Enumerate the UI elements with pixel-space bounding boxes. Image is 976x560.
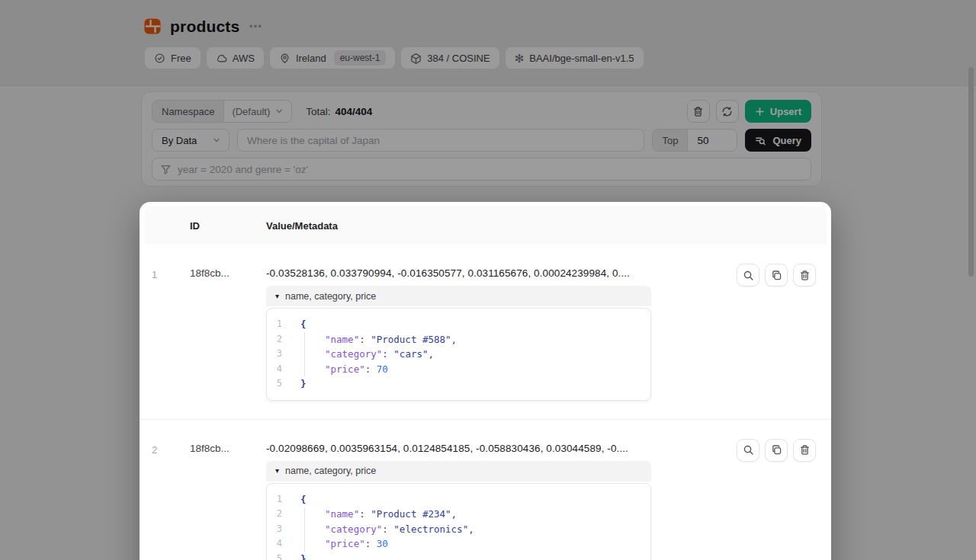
- magnifier-icon: [743, 444, 754, 456]
- trash-icon: [799, 270, 811, 281]
- copy-row-button[interactable]: [765, 264, 788, 286]
- line-number: 3: [271, 347, 282, 362]
- row-index: 2: [152, 443, 190, 456]
- metadata-json-viewer: 1{ 2"name": "Product #588", 3"category":…: [266, 308, 651, 401]
- line-number: 3: [271, 522, 282, 537]
- table-row: 2 18f8cb... -0.02098669, 0.0035963154, 0…: [140, 420, 831, 560]
- line-number: 4: [271, 536, 282, 552]
- column-header-id: ID: [190, 220, 266, 232]
- magnifier-icon: [743, 270, 754, 281]
- metadata-toggle[interactable]: ▾ name, category, price: [266, 461, 651, 482]
- line-number: 1: [271, 492, 282, 507]
- line-number: 2: [271, 332, 282, 347]
- indent-guide: [304, 332, 305, 376]
- delete-row-button[interactable]: [793, 439, 816, 462]
- table-header: ID Value/Metadata: [144, 206, 827, 245]
- caret-down-icon: ▾: [275, 293, 279, 300]
- line-number: 5: [271, 552, 282, 560]
- inspect-row-button[interactable]: [737, 439, 759, 462]
- metadata-section: ▾ name, category, price 1{ 2"name": "Pro…: [266, 286, 651, 401]
- inspect-row-button[interactable]: [737, 264, 759, 286]
- metadata-json-viewer: 1{ 2"name": "Product #234", 3"category":…: [266, 483, 651, 560]
- indent-guide: [304, 507, 305, 552]
- line-number: 1: [271, 317, 282, 332]
- copy-icon: [771, 270, 782, 281]
- results-card: ID Value/Metadata 1 18f8cb... -0.0352813…: [140, 202, 831, 560]
- line-number: 5: [271, 376, 282, 392]
- column-header-value: Value/Metadata: [266, 220, 338, 232]
- trash-icon: [799, 444, 811, 456]
- metadata-fields-label: name, category, price: [285, 466, 376, 476]
- app-screen: products ⋯ Free AWS: [0, 0, 976, 560]
- row-actions: [737, 439, 816, 462]
- delete-row-button[interactable]: [793, 264, 816, 286]
- row-id[interactable]: 18f8cb...: [190, 443, 266, 454]
- line-number: 4: [271, 362, 282, 377]
- row-index: 1: [152, 267, 190, 280]
- caret-down-icon: ▾: [275, 467, 279, 475]
- row-id[interactable]: 18f8cb...: [190, 267, 266, 279]
- metadata-fields-label: name, category, price: [285, 291, 376, 302]
- line-number: 2: [271, 507, 282, 522]
- metadata-section: ▾ name, category, price 1{ 2"name": "Pro…: [266, 461, 651, 560]
- copy-row-button[interactable]: [765, 439, 788, 462]
- metadata-toggle[interactable]: ▾ name, category, price: [266, 286, 651, 306]
- row-actions: [737, 264, 816, 286]
- copy-icon: [771, 444, 782, 456]
- table-row: 1 18f8cb... -0.03528136, 0.033790994, -0…: [140, 245, 831, 420]
